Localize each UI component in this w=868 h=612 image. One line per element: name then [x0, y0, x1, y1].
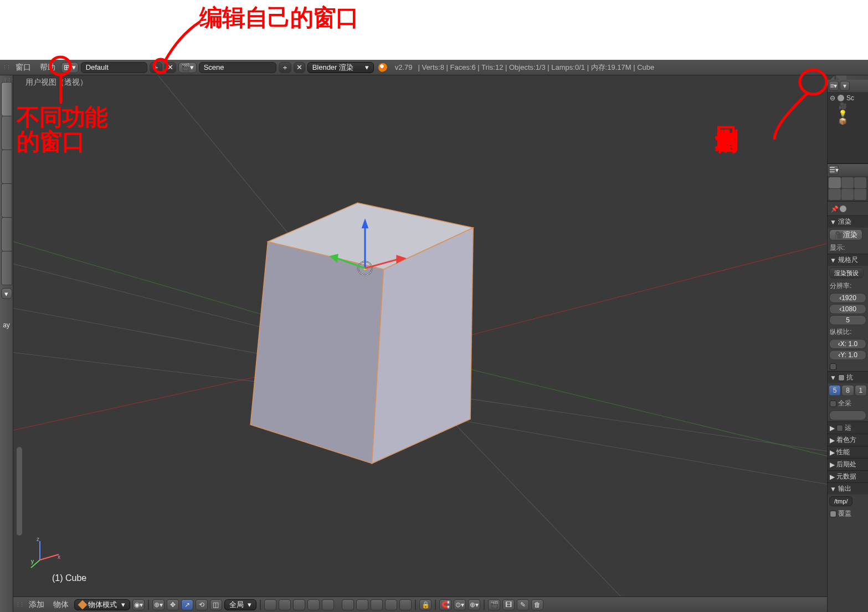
scale-manipulator-toggle[interactable]: ◫ [210, 599, 222, 610]
aspect-x-field[interactable]: ‹ X: 1.0 [829, 339, 866, 349]
motion-blur-checkbox[interactable] [836, 425, 843, 431]
toolshelf-tab[interactable] [1, 116, 12, 150]
gpencil-button[interactable]: ✎ [517, 599, 529, 610]
toolshelf-scroll-button[interactable]: ▾ [1, 288, 12, 299]
output-path-field[interactable]: /tmp/ [829, 496, 852, 506]
screen-layout-browse-button[interactable]: ⊞ ▾ [61, 62, 79, 73]
performance-section-header[interactable]: ▶ 性能 [828, 446, 868, 458]
display-label: 显示: [828, 242, 868, 254]
resolution-percent-field[interactable]: 5 [829, 315, 866, 325]
aa-enable-checkbox[interactable] [838, 374, 845, 381]
run-section-header[interactable]: ▶ 运 [828, 421, 868, 434]
render-preview-button[interactable]: 🎬 [488, 599, 500, 610]
layer-button[interactable] [293, 599, 305, 610]
resolution-y-field[interactable]: ‹ 1080 [829, 304, 866, 314]
post-section-header[interactable]: ▶ 后期处 [828, 458, 868, 470]
blender-logo-icon [378, 63, 387, 72]
layer-button[interactable] [322, 599, 334, 610]
layer-button[interactable] [279, 599, 291, 610]
render-preset-dropdown[interactable]: 渲染预设 [829, 268, 864, 279]
shading-section-header[interactable]: ▶ 着色方 [828, 434, 868, 446]
aspect-y-field[interactable]: ‹ Y: 1.0 [829, 350, 866, 360]
rotate-manipulator-toggle[interactable]: ⟲ [196, 599, 208, 610]
metadata-section-header[interactable]: ▶ 元数据 [828, 470, 868, 482]
layer-button[interactable] [371, 599, 383, 610]
resolution-x-field[interactable]: ‹ 1920 [829, 293, 866, 303]
dimensions-section-header[interactable]: ▼ 规格尺 [828, 254, 868, 266]
screen-layout-add-button[interactable]: ＋ [150, 62, 162, 73]
outliner-item-row[interactable]: 🎥 [830, 102, 866, 110]
toolshelf-scrollbar[interactable] [17, 447, 22, 536]
toolshelf-tab[interactable] [1, 217, 12, 251]
constraints-tab[interactable] [854, 189, 866, 200]
world-tab[interactable] [829, 189, 841, 200]
transform-orientation-dropdown[interactable]: 全局 ▾ [224, 599, 257, 610]
editor-type-button[interactable]: ≡▾ [829, 81, 839, 91]
scene-tab[interactable] [854, 177, 866, 188]
outliner-display-button[interactable]: ▾ [840, 81, 850, 91]
pivot-point-button[interactable]: ⊕▾ [152, 599, 165, 610]
toolshelf-tab[interactable] [1, 82, 12, 116]
scene-stats: | Verts:8 | Faces:6 | Tris:12 | Objects:… [418, 63, 654, 73]
scene-add-button[interactable]: ＋ [279, 62, 291, 73]
toolshelf-tab[interactable] [1, 150, 12, 184]
render-layers-tab[interactable] [841, 177, 854, 188]
render-button[interactable]: 🎥 渲染 [829, 229, 862, 240]
mode-dropdown[interactable]: 物体模式 ▾ [74, 599, 130, 610]
layer-button[interactable] [264, 599, 276, 610]
sidebar-partial-label: ay [3, 321, 10, 329]
scene-delete-button[interactable]: ✕ [294, 62, 305, 73]
area-grip-icon[interactable]: ⋮⋮ [2, 66, 10, 69]
overwrite-checkbox[interactable] [830, 511, 836, 517]
menu-window[interactable]: 窗口 [12, 63, 34, 73]
aa-samples-5[interactable]: 5 [829, 385, 841, 396]
snap-toggle[interactable]: 🧲 [439, 599, 451, 610]
layer-button[interactable] [307, 599, 320, 610]
translate-manipulator-toggle[interactable]: ↗ [181, 599, 193, 610]
outliner-item-row[interactable]: 📦 [830, 117, 866, 125]
render-engine-dropdown[interactable]: Blender 渲染▾ [307, 62, 374, 73]
area-grip-icon[interactable]: ⋮⋮ [16, 603, 23, 606]
svg-text:z: z [37, 537, 39, 542]
outliner[interactable]: ⊖ Sc 🎥 💡 📦 [828, 92, 868, 164]
annotation-top: 编辑自己的窗口 [199, 6, 358, 30]
vp-menu-add[interactable]: 添加 [25, 600, 48, 610]
gpencil-button[interactable]: 🗑 [531, 599, 543, 610]
outliner-scene-row[interactable]: ⊖ Sc [830, 94, 866, 102]
screen-layout-delete-button[interactable]: ✕ [165, 62, 176, 73]
layer-button[interactable] [385, 599, 397, 610]
manipulator-toggle[interactable]: ✥ [167, 599, 179, 610]
mini-axis-gizmo: z x y [30, 537, 63, 570]
scene-field[interactable]: Scene [199, 62, 276, 73]
layer-button[interactable] [399, 599, 412, 610]
toolshelf-tab[interactable] [1, 183, 12, 218]
menu-help[interactable]: 帮助 [37, 63, 59, 73]
render-section-header[interactable]: ▼ 渲染 [828, 215, 868, 228]
viewport-shading-button[interactable]: ◉▾ [132, 599, 145, 610]
info-header: ⋮⋮ 窗口 帮助 ⊞ ▾ Default ＋ ✕ 🎬▾ Scene ＋ ✕ Bl… [0, 60, 868, 75]
render-animation-button[interactable]: 🎞 [502, 599, 515, 610]
render-tab[interactable] [829, 177, 841, 188]
border-checkbox[interactable] [830, 363, 836, 370]
snap-target-button[interactable]: ⊕▾ [468, 599, 480, 610]
toolshelf-tab[interactable] [1, 251, 12, 285]
full-sample-checkbox[interactable] [830, 400, 836, 407]
output-section-header[interactable]: ▼ 输出 [828, 482, 868, 495]
snap-element-button[interactable]: ⊙▾ [454, 599, 466, 610]
screen-layout-field[interactable]: Default [81, 62, 147, 73]
layer-button[interactable] [356, 599, 368, 610]
3d-viewport[interactable]: 用户视图（透视） (1) Cube z x y [13, 75, 835, 596]
object-tab[interactable] [841, 189, 854, 200]
pin-icon[interactable] [840, 205, 846, 212]
layer-button[interactable] [342, 599, 354, 610]
vp-menu-object[interactable]: 物体 [50, 600, 72, 610]
properties-body: 📌 ▼ 渲染 🎥 渲染 显示: ▼ 规格尺 渲染预设 分辨率: ‹ 1920 ‹… [828, 202, 868, 612]
aa-size-field[interactable] [829, 410, 866, 420]
aa-samples-11[interactable]: 1 [855, 385, 867, 396]
antialias-section-header[interactable]: ▼ 抗 [828, 371, 868, 383]
editor-type-button[interactable]: ☰▾ [829, 165, 839, 175]
scene-browse-button[interactable]: 🎬▾ [178, 62, 197, 73]
lock-camera-button[interactable]: 🔒 [419, 599, 432, 610]
aa-samples-8[interactable]: 8 [841, 385, 854, 396]
outliner-item-row[interactable]: 💡 [830, 110, 866, 117]
